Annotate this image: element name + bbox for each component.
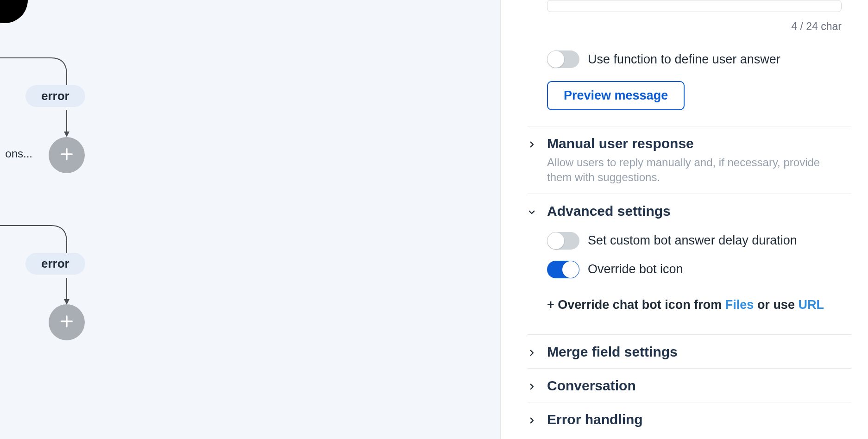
toggle-label: Set custom bot answer delay duration (588, 233, 797, 248)
chevron-right-icon (528, 140, 536, 149)
edge-label-error-2[interactable]: error (25, 253, 85, 275)
section-title: Advanced settings (547, 203, 851, 219)
override-icon-source-line: + Override chat bot icon from Files or u… (547, 298, 851, 312)
override-middle: or use (754, 298, 798, 312)
preview-message-button[interactable]: Preview message (547, 81, 685, 110)
section-title: Conversation (547, 378, 851, 394)
chevron-right-icon (528, 416, 536, 425)
edge-label-error-1[interactable]: error (25, 85, 85, 107)
section-error-handling[interactable]: Error handling (528, 402, 851, 436)
toggle-label: Override bot icon (588, 262, 683, 276)
section-title: Manual user response (547, 136, 851, 151)
section-advanced-settings[interactable]: Advanced settings Set custom bot answer … (528, 194, 851, 334)
add-node-button-1[interactable] (49, 137, 85, 173)
char-counter: 4 / 24 char (528, 20, 842, 33)
toggle-row-override-icon: Override bot icon (547, 261, 851, 278)
link-files[interactable]: Files (725, 298, 754, 312)
toggle-use-function[interactable] (547, 50, 579, 68)
text-input[interactable] (547, 0, 842, 12)
chevron-right-icon (528, 383, 536, 391)
chevron-down-icon (528, 208, 536, 216)
toggle-override-bot-icon[interactable] (547, 261, 579, 278)
flow-canvas[interactable]: ons... error error (0, 0, 500, 439)
toggle-label: Use function to define user answer (588, 52, 780, 67)
section-manual-user-response[interactable]: Manual user response Allow users to repl… (528, 126, 851, 194)
settings-panel: 4 / 24 char Use function to define user … (500, 0, 868, 439)
toggle-row-function: Use function to define user answer (547, 50, 851, 68)
edge-label-text: error (41, 257, 69, 270)
link-url[interactable]: URL (798, 298, 824, 312)
plus-icon (59, 314, 75, 331)
section-title: Error handling (547, 412, 851, 427)
toggle-custom-delay[interactable] (547, 232, 579, 250)
add-node-button-2[interactable] (49, 304, 85, 340)
section-title: Merge field settings (547, 344, 851, 360)
chevron-right-icon (528, 349, 536, 357)
plus-icon (59, 146, 75, 164)
override-prefix: + Override chat bot icon from (547, 298, 725, 312)
section-description: Allow users to reply manually and, if ne… (547, 155, 834, 185)
canvas-connectors (0, 0, 500, 439)
toggle-row-delay: Set custom bot answer delay duration (547, 232, 851, 250)
section-merge-field-settings[interactable]: Merge field settings (528, 334, 851, 368)
section-conversation[interactable]: Conversation (528, 368, 851, 402)
edge-label-text: error (41, 89, 69, 103)
